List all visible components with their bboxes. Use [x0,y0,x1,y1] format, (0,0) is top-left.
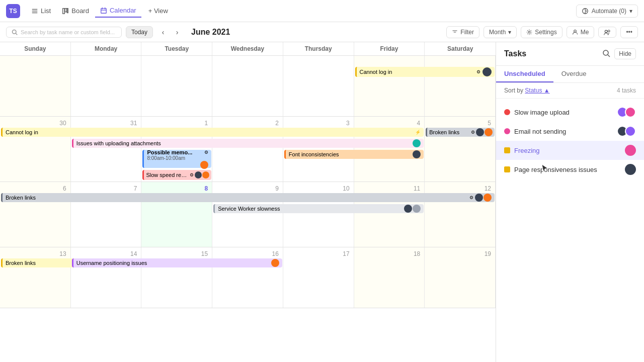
avatar [413,205,421,213]
cal-cell[interactable]: 6 [0,182,71,247]
tasks-panel-title: Tasks [504,49,526,58]
task-item[interactable]: Slow image upload [496,103,644,122]
task-item[interactable]: Email not sending [496,122,644,141]
task-item[interactable]: Freezing [496,141,644,160]
nav-list[interactable]: List [26,5,56,17]
cal-cell[interactable]: 13 [0,247,71,308]
cal-cell[interactable]: 12 [425,182,496,247]
list-icon [31,8,38,15]
task-name: Slow image upload [514,109,613,116]
cal-cell[interactable]: 31 [71,117,142,182]
cal-cell[interactable]: 18 [354,247,425,308]
hide-button[interactable]: Hide [614,48,636,59]
tab-overdue[interactable]: Overdue [553,66,595,82]
cal-cell[interactable] [212,56,283,116]
today-button[interactable]: Today [126,26,153,38]
status-dot [504,147,510,153]
cal-cell[interactable]: 16 [212,247,283,308]
span-event-cannot-login-row2[interactable]: Cannot log in ⚡ [0,128,425,138]
nav-calendar[interactable]: Calendar [95,4,141,18]
me-button[interactable]: Me [567,26,595,38]
task-list: Slow image upload Email not sending Free… [496,99,644,183]
month-button[interactable]: Month ▾ [484,26,517,38]
header-wednesday: Wednesday [212,42,283,55]
cal-cell[interactable]: 2 [212,117,283,182]
topbar-nav: List Board Calendar [26,4,141,18]
header-friday: Friday [354,42,425,55]
cal-cell[interactable]: 17 [283,247,354,308]
cal-cell[interactable]: 4 [354,117,425,182]
span-event-cannot-login[interactable]: Cannot log in ⚙ [354,67,496,78]
cal-cell[interactable]: 15 [141,247,212,308]
task-avatars [617,126,636,137]
header-thursday: Thursday [283,42,354,55]
logo-circle: TS [6,4,20,18]
svg-point-15 [605,30,608,33]
cal-cell[interactable]: 10 [283,182,354,247]
span-event-broken-links-w2[interactable]: Broken links ⚙ [425,128,496,138]
automate-button[interactable]: Automate (0) ▾ [576,5,638,18]
cal-cell[interactable]: 7 [71,182,142,247]
gear-icon [526,29,532,35]
span-event-issues-upload[interactable]: Issues with uploading attachments [71,139,425,149]
cal-cell[interactable] [283,56,354,116]
cal-cell[interactable]: 3 [283,117,354,182]
header-monday: Monday [71,42,142,55]
header-sunday: Sunday [0,42,71,55]
cal-cell[interactable]: 30 [0,117,71,182]
cal-week: 6 7 8 9 10 11 12 Broken links ⚙ [0,182,496,247]
span-event-font-inconsistencies[interactable]: Font inconsistencies [283,150,425,160]
avatar [413,150,421,158]
nav-board[interactable]: Board [57,5,94,17]
chevron-down-icon: ▾ [629,8,632,15]
cal-cell[interactable] [71,56,142,116]
search-box[interactable]: Search by task name or custom field... [6,27,122,38]
filter-button[interactable]: Filter [446,26,479,38]
task-avatars [625,164,636,175]
sort-bar: Sort by Status ▲ 4 tasks [496,83,644,99]
span-event-broken-links-w3[interactable]: Broken links ⚙ [0,193,496,203]
task-item[interactable]: Page responsiveness issues [496,160,644,179]
span-event-service-worker[interactable]: Service Worker slowness [212,204,425,214]
cal-cell[interactable]: 11 [354,182,425,247]
app-logo[interactable]: TS [6,4,20,18]
cal-cell[interactable]: 19 [425,247,496,308]
sort-field-link[interactable]: Status ▲ [525,87,549,94]
more-button[interactable]: ••• [620,26,638,38]
avatar [195,171,202,178]
avatar [404,205,412,213]
cal-cell[interactable]: 9 [212,182,283,247]
cal-cell[interactable] [0,56,71,116]
cal-cell[interactable]: 8 [141,182,212,247]
avatar [625,126,636,137]
svg-rect-4 [65,8,67,12]
search-tasks-icon[interactable] [602,49,610,59]
svg-rect-5 [67,8,68,13]
cal-cell[interactable] [354,56,425,116]
day-headers: Sunday Monday Tuesday Wednesday Thursday… [0,42,496,56]
nav-arrows: ‹ › [157,26,183,38]
cal-cell[interactable]: 5 [425,117,496,182]
tab-unscheduled[interactable]: Unscheduled [496,66,553,82]
filter-icon [452,29,458,35]
task-avatars [625,145,636,156]
cal-cell[interactable] [141,56,212,116]
span-event-slow-speed[interactable]: Slow speed repo... ⚙ [141,170,212,181]
tasks-count: 4 tasks [617,87,636,94]
main-layout: Sunday Monday Tuesday Wednesday Thursday… [0,42,644,362]
people-button[interactable] [598,27,616,38]
svg-point-11 [13,30,17,34]
settings-button[interactable]: Settings [521,26,562,38]
span-event-possible-memory[interactable]: Possible memo... ⚙ 8:00am-10:00am [141,150,212,169]
topbar-right: Automate (0) ▾ [576,5,638,18]
calendar-area: Sunday Monday Tuesday Wednesday Thursday… [0,42,496,362]
next-month-button[interactable]: › [171,26,183,38]
cal-cell[interactable]: 14 [71,247,142,308]
prev-month-button[interactable]: ‹ [157,26,169,38]
header-tuesday: Tuesday [141,42,212,55]
span-event-username-issues[interactable]: Username positioning issues [71,258,283,268]
cal-cell[interactable] [425,56,496,116]
svg-point-14 [574,30,576,32]
add-view-btn[interactable]: + View [143,5,173,17]
chevron-down-icon: ▾ [508,29,511,36]
